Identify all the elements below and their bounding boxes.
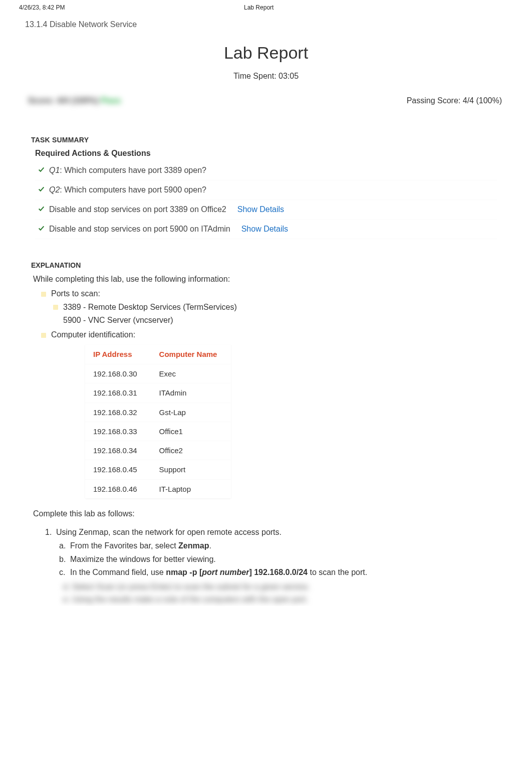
table-header-name: Computer Name	[151, 344, 231, 364]
show-details-link[interactable]: Show Details	[237, 205, 284, 214]
check-icon	[38, 205, 49, 214]
step-1a: a. From the Favorites bar, select Zenmap…	[59, 540, 499, 552]
passing-score: Passing Score: 4/4 (100%)	[407, 96, 502, 105]
bullet-icon	[53, 305, 58, 310]
port-line: 5900 - VNC Server (vncserver)	[63, 314, 173, 327]
task-summary-heading: TASK SUMMARY	[0, 106, 532, 144]
header-title: Lab Report	[244, 4, 274, 11]
complete-label: Complete this lab as follows:	[0, 498, 532, 518]
steps-list: 1. Using Zenmap, scan the network for op…	[0, 518, 532, 606]
table-row: 192.168.0.30Exec	[85, 364, 231, 383]
ip-table: IP Address Computer Name 192.168.0.30Exe…	[85, 344, 231, 498]
computer-id-label: Computer identification:	[51, 329, 135, 341]
time-spent: Time Spent: 03:05	[0, 72, 532, 81]
table-row: 192.168.0.46IT-Laptop	[85, 479, 231, 498]
task-text: Q1: Which computers have port 3389 open?	[49, 166, 206, 175]
task-row: Disable and stop services on port 3389 o…	[35, 200, 497, 220]
show-details-link[interactable]: Show Details	[241, 225, 288, 234]
breadcrumb: 13.1.4 Disable Network Service	[0, 13, 532, 34]
task-text: Q2: Which computers have port 5900 open?	[49, 185, 206, 194]
task-row: Q1: Which computers have port 3389 open?	[35, 161, 497, 180]
table-header-ip: IP Address	[85, 344, 151, 364]
bullet-icon	[41, 292, 46, 297]
explanation-heading: EXPLANATION	[0, 239, 532, 269]
task-row: Disable and stop services on port 5900 o…	[35, 220, 497, 239]
explanation-body: While completing this lab, use the follo…	[0, 269, 532, 498]
step-1c: c. In the Command field, use nmap -p [po…	[59, 566, 499, 579]
check-icon	[38, 166, 49, 175]
task-text: Disable and stop services on port 5900 o…	[49, 225, 230, 234]
timestamp: 4/26/23, 8:42 PM	[19, 4, 65, 11]
score-blurred: Score: 4/4 (100%) Pass	[28, 96, 121, 106]
explanation-intro: While completing this lab, use the follo…	[33, 273, 499, 286]
required-actions-heading: Required Actions & Questions	[0, 144, 532, 161]
task-row: Q2: Which computers have port 5900 open?	[35, 180, 497, 200]
blurred-steps: d. Select Scan (or press Enter) to scan …	[59, 579, 499, 606]
task-text: Disable and stop services on port 3389 o…	[49, 205, 226, 214]
table-row: 192.168.0.45Support	[85, 460, 231, 479]
task-list: Q1: Which computers have port 3389 open?…	[0, 161, 532, 239]
step-1: 1. Using Zenmap, scan the network for op…	[45, 526, 499, 539]
ports-label: Ports to scan:	[51, 288, 100, 300]
table-row: 192.168.0.33Office1	[85, 422, 231, 441]
table-row: 192.168.0.31ITAdmin	[85, 383, 231, 403]
table-row: 192.168.0.34Office2	[85, 441, 231, 460]
check-icon	[38, 225, 49, 234]
check-icon	[38, 185, 49, 194]
step-1b: b. Maximize the windows for better viewi…	[59, 553, 499, 566]
bullet-icon	[41, 333, 46, 338]
print-header: 4/26/23, 8:42 PM Lab Report	[0, 0, 532, 13]
page-title: Lab Report	[0, 43, 532, 63]
port-line: 3389 - Remote Desktop Services (TermServ…	[63, 301, 237, 314]
table-row: 192.168.0.32Gst-Lap	[85, 403, 231, 422]
